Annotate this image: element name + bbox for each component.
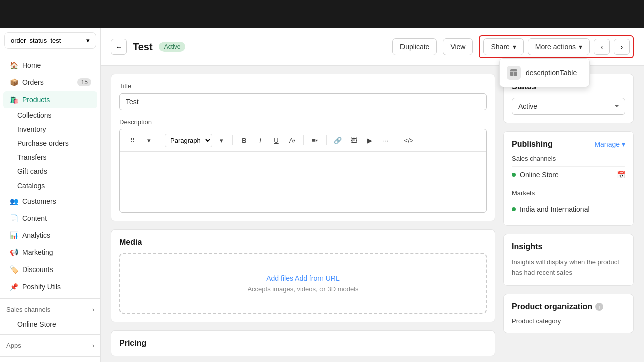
- title-input[interactable]: [119, 93, 487, 110]
- more-actions-chevron-icon: ▾: [579, 43, 582, 51]
- share-label: Share: [491, 43, 509, 51]
- sidebar-item-home[interactable]: 🏠 Home: [3, 57, 97, 74]
- video-button[interactable]: ▶: [363, 133, 377, 147]
- channel-row-online-store: Online Store 📅: [512, 166, 625, 183]
- main-content: ← Test Active Duplicate View Share ▾ Mor…: [101, 0, 644, 362]
- toolbar-divider-4: [326, 135, 327, 145]
- sidebar-item-label: Analytics: [22, 231, 50, 239]
- dropdown-item-description-table[interactable]: descriptionTable: [500, 61, 589, 85]
- sidebar-subitem-catalogs[interactable]: Catalogs: [3, 178, 97, 193]
- sidebar-item-settings[interactable]: ⚙️ Settings: [3, 360, 97, 362]
- toolbar-divider-2: [232, 135, 233, 145]
- next-page-button[interactable]: ›: [614, 39, 630, 55]
- sidebar-item-marketing[interactable]: 📢 Marketing: [3, 244, 97, 261]
- sales-channels-label: Sales channels: [6, 306, 50, 313]
- paragraph-chevron[interactable]: ▾: [214, 133, 228, 147]
- sidebar-item-customers[interactable]: 👥 Customers: [3, 193, 97, 210]
- paragraph-select[interactable]: Paragraph: [165, 134, 212, 147]
- sidebar-subitem-inventory[interactable]: Inventory: [3, 122, 97, 136]
- sidebar-subitem-gift-cards[interactable]: Gift cards: [3, 164, 97, 178]
- orders-icon: 📦: [9, 78, 18, 87]
- add-files-link[interactable]: Add files: [266, 274, 293, 282]
- online-store-label: Online Store: [17, 320, 56, 328]
- market-label: India and International: [520, 205, 590, 213]
- sidebar-item-online-store[interactable]: Online Store: [3, 317, 97, 331]
- sidebar-item-products[interactable]: 🛍️ Products: [3, 91, 97, 108]
- sidebar-subitem-collections[interactable]: Collections: [3, 108, 97, 122]
- drag-handle[interactable]: ⠿: [126, 133, 140, 147]
- link-button[interactable]: 🔗: [331, 133, 345, 147]
- sidebar-item-label: Poshify Utils: [22, 283, 61, 291]
- sidebar-item-label: Products: [22, 96, 50, 104]
- back-icon: ←: [115, 43, 122, 51]
- code-view-button[interactable]: </>: [401, 133, 416, 147]
- title-label: Title: [119, 82, 487, 90]
- sidebar-item-poshify[interactable]: 📌 Poshify Utils: [3, 278, 97, 295]
- top-bar: [0, 0, 644, 28]
- italic-button[interactable]: I: [253, 133, 267, 147]
- next-arrow-icon: ›: [621, 43, 623, 51]
- marketing-icon: 📢: [9, 248, 18, 257]
- customers-icon: 👥: [9, 197, 18, 206]
- media-upload-links: Add files Add from URL: [130, 274, 475, 282]
- text-color-button[interactable]: A▾: [285, 133, 299, 147]
- sidebar-item-label: Orders: [22, 78, 44, 86]
- pricing-title: Pricing: [119, 339, 487, 348]
- sidebar-item-label: Discounts: [22, 265, 53, 274]
- more-actions-menu: descriptionTable: [499, 58, 590, 87]
- prev-page-button[interactable]: ‹: [594, 39, 610, 55]
- media-card: Media Add files Add from URL Accepts ima…: [111, 229, 495, 322]
- sidebar-item-content[interactable]: 📄 Content: [3, 210, 97, 227]
- sidebar-item-discounts[interactable]: 🏷️ Discounts: [3, 261, 97, 278]
- align-button[interactable]: ≡▾: [308, 133, 322, 147]
- bold-button[interactable]: B: [237, 133, 251, 147]
- info-icon[interactable]: i: [595, 303, 603, 311]
- status-badge: Active: [159, 42, 186, 52]
- store-dropdown-icon: ▾: [86, 37, 90, 44]
- catalogs-label: Catalogs: [17, 182, 45, 190]
- product-org-title-group: Product organization i: [512, 302, 603, 311]
- content-area: Title Description ⠿ ▾ Paragraph ▾: [101, 66, 644, 362]
- toolbar-divider-5: [397, 135, 397, 145]
- manage-link[interactable]: Manage ▾: [594, 140, 625, 148]
- duplicate-button[interactable]: Duplicate: [392, 38, 437, 55]
- more-options-button[interactable]: ···: [379, 133, 393, 147]
- apps-label: Apps: [6, 342, 21, 349]
- gift-cards-label: Gift cards: [17, 167, 47, 175]
- image-button[interactable]: 🖼: [347, 133, 361, 147]
- inventory-label: Inventory: [17, 125, 46, 133]
- editor-body[interactable]: [120, 152, 486, 212]
- sidebar-subitem-purchase-orders[interactable]: Purchase orders: [3, 136, 97, 150]
- insights-description: Insights will display when the product h…: [512, 257, 625, 277]
- channel-name: Online Store: [512, 171, 559, 179]
- sidebar-nav: 🏠 Home 📦 Orders 15 🛍️ Products Collectio…: [0, 53, 100, 362]
- underline-button[interactable]: U: [269, 133, 283, 147]
- apps-expand-icon: ›: [92, 342, 94, 349]
- back-button[interactable]: ←: [111, 39, 127, 55]
- page-header: ← Test Active Duplicate View Share ▾ Mor…: [101, 28, 644, 66]
- sidebar-item-analytics[interactable]: 📊 Analytics: [3, 227, 97, 244]
- sidebar-item-orders[interactable]: 📦 Orders 15: [3, 74, 97, 91]
- sidebar: order_status_test ▾ 🏠 Home 📦 Orders 15 🛍…: [0, 0, 101, 362]
- description-table-label: descriptionTable: [526, 69, 577, 77]
- drag-chevron[interactable]: ▾: [142, 133, 156, 147]
- add-from-url-link[interactable]: Add from URL: [295, 274, 340, 282]
- publishing-title: Publishing: [512, 140, 553, 149]
- store-name: order_status_test: [11, 37, 61, 44]
- publishing-card: Publishing Manage ▾ Sales channels Onlin…: [503, 131, 634, 226]
- store-selector[interactable]: order_status_test ▾: [4, 32, 96, 49]
- sidebar-divider-3: [0, 356, 100, 357]
- sales-channels-header[interactable]: Sales channels ›: [0, 302, 100, 317]
- sidebar-subitem-transfers[interactable]: Transfers: [3, 150, 97, 164]
- media-upload-area[interactable]: Add files Add from URL Accepts images, v…: [119, 253, 487, 314]
- status-select[interactable]: Active Draft: [512, 98, 625, 115]
- sales-channels-section: Sales channels Online Store 📅: [512, 155, 625, 183]
- view-button[interactable]: View: [443, 38, 473, 55]
- sales-channels-expand-icon: ›: [92, 306, 94, 313]
- share-button[interactable]: Share ▾: [483, 38, 523, 55]
- description-field-group: Description ⠿ ▾ Paragraph ▾ B: [119, 118, 487, 213]
- description-label: Description: [119, 118, 487, 126]
- apps-header[interactable]: Apps ›: [0, 338, 100, 353]
- calendar-icon[interactable]: 📅: [617, 171, 625, 179]
- more-actions-button[interactable]: More actions ▾: [528, 38, 590, 55]
